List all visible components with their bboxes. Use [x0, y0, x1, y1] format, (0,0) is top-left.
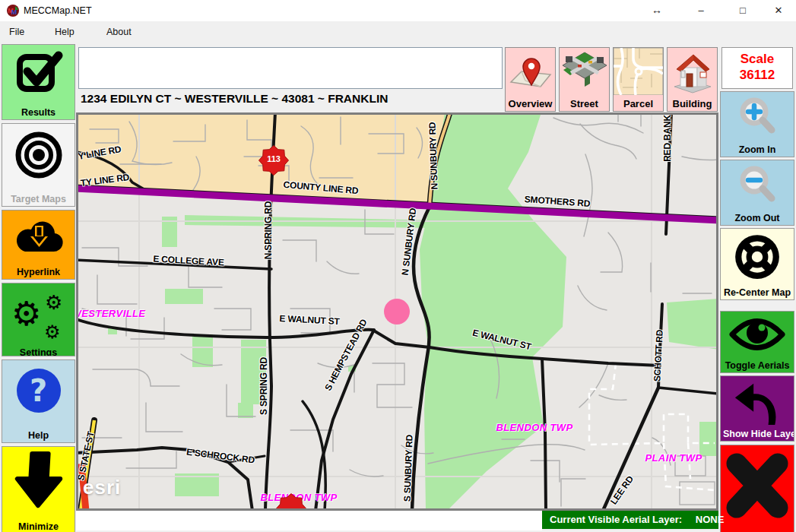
street-intersection-icon [561, 50, 608, 94]
menu-bar: File Help About [0, 21, 796, 42]
bottom-strip [76, 511, 542, 530]
building-view-button[interactable]: Building [667, 47, 718, 112]
zoom-in-button[interactable]: Zoom In [720, 91, 794, 157]
target-maps-label: Target Maps [2, 194, 75, 204]
app-window: M M MECCMap.NET ↔ – □ ✕ File Help About … [0, 0, 796, 532]
road-label: LEE RD [608, 473, 636, 506]
parcel-view-label: Parcel [614, 98, 663, 109]
road-label: N SUNBURY RD [400, 207, 419, 276]
route-shield [276, 493, 306, 511]
menu-file[interactable]: File [6, 25, 27, 39]
settings-button[interactable]: ⚙ ⚙ ⚙ Settings [2, 283, 75, 356]
menu-help[interactable]: Help [52, 25, 78, 39]
map-canvas[interactable]: Y LINE RDTY LINE RDCOUNTY LINE RDSMOTHER… [76, 112, 718, 511]
cloud-download-icon [12, 215, 65, 258]
recenter-map-label: Re-Center Map [721, 287, 794, 298]
toggle-aerials-button[interactable]: Toggle Aerials [720, 311, 794, 373]
question-mark-icon: ? [17, 369, 61, 413]
eye-icon [727, 315, 788, 356]
checkbox-check-icon [14, 47, 63, 94]
window-maximize-button[interactable]: □ [725, 0, 760, 21]
window-close-button[interactable]: ✕ [761, 0, 796, 21]
results-label: Results [2, 107, 75, 118]
zoom-out-label: Zoom Out [721, 213, 794, 223]
road-label: RED BANK [662, 115, 673, 162]
aerial-layer-status-bar: Current Visible Aerial Layer: NONE [542, 511, 718, 529]
road-label: Y LINE RD [78, 144, 122, 162]
bullseye-target-icon [14, 130, 64, 180]
window-title: MECCMap.NET [24, 5, 92, 16]
gears-icon: ⚙ ⚙ ⚙ [2, 283, 75, 344]
house-building-icon [669, 50, 716, 94]
road-label: N SUNBURY RD [427, 122, 439, 189]
app-logo-icon: M M [6, 4, 20, 17]
street-view-label: Street [560, 98, 609, 109]
hyperlink-label: Hyperlink [2, 267, 75, 277]
map-pin-overview-icon [507, 50, 554, 94]
zoom-in-label: Zoom In [721, 144, 794, 155]
route-shield: 113 [258, 145, 289, 176]
aerial-layer-status-label: Current Visible Aerial Layer: [550, 514, 682, 525]
map-attribution: esri [83, 476, 121, 499]
big-x-icon [721, 450, 793, 523]
address-input[interactable] [78, 47, 503, 89]
road-label: SCHOTT RD [652, 330, 665, 382]
life-ring-icon [732, 232, 782, 282]
road-label: S HEMPSTEAD RD [322, 318, 369, 393]
scale-value: 36112 [722, 67, 792, 83]
menu-about[interactable]: About [103, 25, 135, 39]
title-bar: M M MECCMap.NET ↔ – □ ✕ [0, 0, 796, 21]
minimize-app-label: Minimize [2, 521, 75, 532]
recenter-map-button[interactable]: Re-Center Map [720, 228, 794, 300]
road-label: TY LINE RD [80, 172, 130, 188]
road-label: S SUNBURY RD [401, 435, 414, 502]
building-view-label: Building [668, 98, 717, 109]
road-label: SMOTHERS RD [524, 194, 590, 209]
parcel-map-icon [614, 48, 663, 95]
map-labels-layer: Y LINE RDTY LINE RDCOUNTY LINE RDSMOTHER… [76, 112, 718, 511]
resize-arrows-icon: ↔ [652, 4, 662, 16]
scale-indicator: Scale 36112 [721, 47, 793, 89]
road-label: E COLLEGE AVE [153, 254, 224, 268]
toggle-aerials-label: Toggle Aerials [721, 360, 794, 371]
hyperlink-button[interactable]: Hyperlink [2, 210, 75, 280]
magnifier-minus-icon [736, 163, 779, 207]
exit-button[interactable] [720, 445, 794, 532]
curved-back-arrow-icon [730, 378, 785, 428]
road-label: COUNTY LINE RD [283, 179, 359, 197]
magnifier-plus-icon [736, 95, 779, 139]
road-label: E SCHROCK RD [186, 447, 255, 466]
road-label: E WALNUT ST [471, 328, 532, 353]
settings-label: Settings [2, 347, 75, 356]
scale-label: Scale [722, 51, 792, 67]
show-hide-layers-button[interactable]: Show Hide Layers [720, 375, 794, 442]
zoom-out-button[interactable]: Zoom Out [720, 160, 794, 226]
parcel-view-button[interactable]: Parcel [613, 47, 664, 112]
road-label: E WALNUT ST [279, 313, 340, 327]
help-button[interactable]: ? Help [2, 359, 75, 443]
results-button[interactable]: Results [2, 44, 75, 120]
big-down-arrow-icon [9, 449, 68, 510]
road-label: S SPRING RD [258, 357, 269, 415]
target-maps-button[interactable]: Target Maps [2, 123, 75, 207]
overview-view-button[interactable]: Overview [505, 47, 556, 112]
show-hide-layers-label: Show Hide Layers [721, 429, 794, 439]
help-label: Help [2, 430, 75, 441]
place-label: WESTERVILLE [76, 308, 145, 319]
place-label: PLAIN TWP [645, 452, 702, 464]
aerial-layer-status-value: NONE [696, 514, 725, 525]
window-minimize-button[interactable]: – [683, 0, 718, 21]
overview-view-label: Overview [506, 98, 555, 109]
address-result-text: 1234 EDILYN CT ~ WESTERVILLE ~ 43081 ~ F… [81, 92, 388, 106]
street-view-button[interactable]: Street [559, 47, 610, 112]
road-label: N SPRING RD [263, 201, 274, 259]
minimize-app-button[interactable]: Minimize [2, 446, 75, 532]
place-label: BLENDON TWP [496, 422, 572, 433]
road-label: S STATE ST [76, 430, 97, 481]
